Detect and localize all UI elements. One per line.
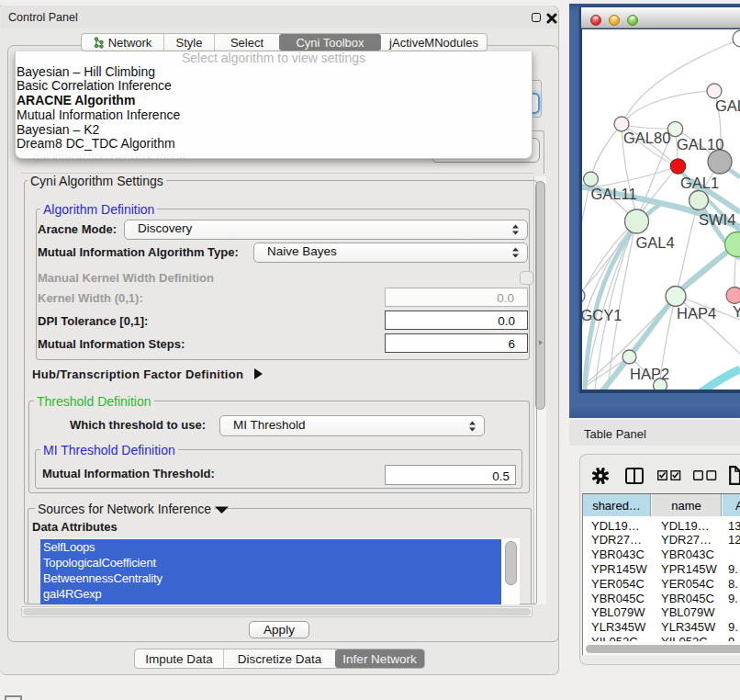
svg-text:SWI4: SWI4 — [699, 211, 735, 228]
svg-text:Y: Y — [733, 303, 740, 320]
svg-text:GAL80: GAL80 — [623, 130, 670, 146]
svg-text:GAL1: GAL1 — [680, 175, 719, 191]
svg-text:GAL10: GAL10 — [677, 136, 723, 152]
svg-text:GAL7: GAL7 — [715, 97, 740, 114]
svg-text:GCY1: GCY1 — [582, 307, 622, 323]
svg-text:HAP2: HAP2 — [630, 366, 669, 382]
svg-text:HAP4: HAP4 — [677, 305, 716, 322]
svg-text:GAL4: GAL4 — [636, 234, 675, 251]
svg-text:GAL11: GAL11 — [591, 186, 637, 202]
